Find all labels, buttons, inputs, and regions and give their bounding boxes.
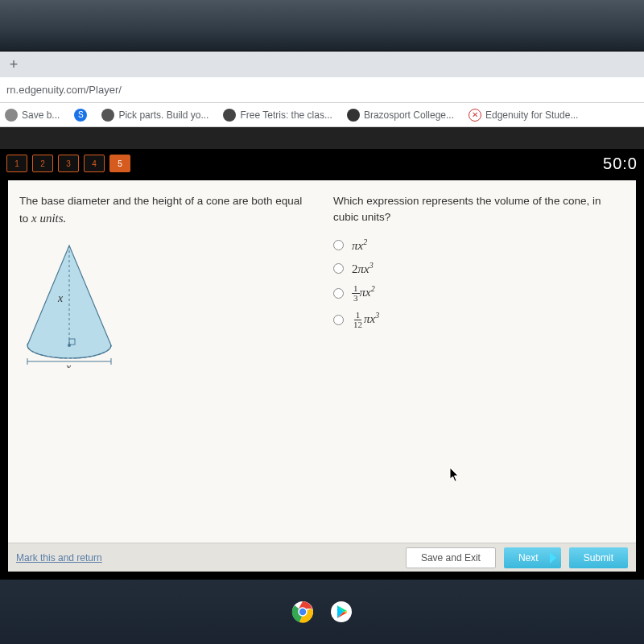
bookmarks-bar: Save b... S Pick parts. Build yo... Free… xyxy=(0,103,644,127)
play-store-icon[interactable] xyxy=(328,599,354,625)
option-a-math: πx2 xyxy=(352,237,367,253)
radio-icon xyxy=(333,240,344,250)
question-content: The base diameter and the height of a co… xyxy=(8,180,636,543)
option-d-math: 112πx3 xyxy=(352,311,379,329)
prompt-var: x units. xyxy=(31,212,66,225)
option-a[interactable]: πx2 xyxy=(333,237,625,253)
nav-item-3[interactable]: 3 xyxy=(58,155,79,172)
address-bar[interactable]: rn.edgenuity.com/Player/ xyxy=(0,77,644,103)
bookmark-label: Pick parts. Build yo... xyxy=(118,109,208,121)
option-c[interactable]: 13πx2 xyxy=(333,284,625,303)
diameter-label: x xyxy=(65,361,72,368)
cube-icon xyxy=(101,109,114,122)
question-right: Which expression represents the volume o… xyxy=(322,180,636,543)
next-button[interactable]: Next xyxy=(504,547,561,568)
chrome-icon[interactable] xyxy=(290,599,316,625)
option-c-math: 13πx2 xyxy=(352,284,375,303)
bookmark-label: Save b... xyxy=(22,109,60,121)
bezel-reflection xyxy=(0,0,644,52)
nav-item-1[interactable]: 1 xyxy=(6,155,27,172)
svg-point-11 xyxy=(299,608,307,616)
option-b-math: 2πx3 xyxy=(352,261,374,276)
bookmark-label: Free Tetris: the clas... xyxy=(240,109,332,121)
option-b[interactable]: 2πx3 xyxy=(333,261,625,276)
app-header xyxy=(0,127,644,150)
bookmark-icon xyxy=(5,109,18,122)
submit-button[interactable]: Submit xyxy=(569,547,628,568)
chromeos-shelf xyxy=(0,580,644,644)
new-tab-button[interactable]: + xyxy=(5,56,23,73)
prompt-text: The base diameter and the height of a co… xyxy=(19,193,311,228)
svg-point-5 xyxy=(68,344,71,347)
bookmark-icon xyxy=(347,109,360,122)
action-footer: Mark this and return Save and Exit Next … xyxy=(8,543,636,572)
question-nav: 1 2 3 4 5 50:0 xyxy=(0,150,644,177)
option-d[interactable]: 112πx3 xyxy=(333,311,625,329)
bookmark-icon: ✕ xyxy=(469,109,481,122)
bookmark-icon xyxy=(223,109,236,122)
screen: + rn.edgenuity.com/Player/ Save b... S P… xyxy=(0,0,644,580)
bookmark-tetris[interactable]: Free Tetris: the clas... xyxy=(223,109,332,122)
nav-item-2[interactable]: 2 xyxy=(32,155,53,172)
nav-item-5[interactable]: 5 xyxy=(109,155,130,172)
tab-strip: + xyxy=(0,52,644,77)
save-exit-button[interactable]: Save and Exit xyxy=(406,547,496,568)
bookmark-label: Brazosport College... xyxy=(364,109,454,121)
url-text: rn.edgenuity.com/Player/ xyxy=(6,84,122,96)
mouse-cursor-icon xyxy=(449,467,460,483)
mark-and-return-link[interactable]: Mark this and return xyxy=(16,552,102,564)
bookmark-icon: S xyxy=(74,109,87,122)
bookmark-brazosport[interactable]: Brazosport College... xyxy=(347,109,454,122)
answer-options: πx2 2πx3 13πx2 112πx3 xyxy=(333,237,625,329)
bookmark-label: Edgenuity for Stude... xyxy=(485,109,578,121)
radio-icon xyxy=(333,288,344,299)
bookmark-edgenuity[interactable]: ✕ Edgenuity for Stude... xyxy=(469,109,578,122)
bookmark-s[interactable]: S xyxy=(74,109,87,122)
nav-item-4[interactable]: 4 xyxy=(84,155,105,172)
radio-icon xyxy=(333,263,344,274)
nav-boxes: 1 2 3 4 5 xyxy=(6,155,130,172)
bookmark-pickparts[interactable]: Pick parts. Build yo... xyxy=(101,109,208,122)
radio-icon xyxy=(333,315,344,325)
question-left: The base diameter and the height of a co… xyxy=(8,180,322,543)
timer: 50:0 xyxy=(603,155,638,173)
right-prompt: Which expression represents the volume o… xyxy=(333,193,625,226)
height-label: x xyxy=(57,292,64,304)
button-row: Save and Exit Next Submit xyxy=(406,547,628,568)
bookmark-save[interactable]: Save b... xyxy=(5,109,60,122)
cone-diagram: x x xyxy=(19,239,311,370)
